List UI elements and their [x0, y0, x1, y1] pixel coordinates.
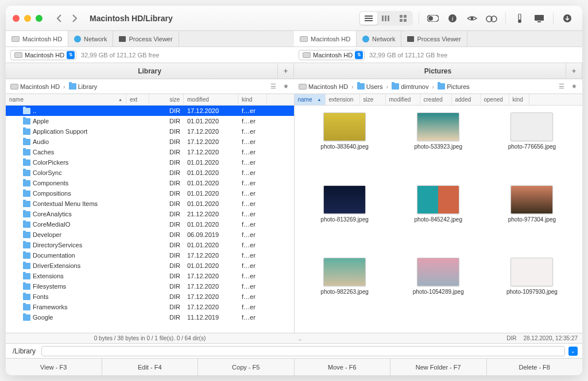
desktop-icon[interactable]: [531, 11, 547, 25]
thumbnail-item[interactable]: photo-776656.jpeg: [486, 112, 578, 181]
svg-rect-17: [519, 14, 521, 20]
view-grid-button[interactable]: [394, 12, 412, 25]
add-tab-button-right[interactable]: +: [566, 63, 582, 79]
forward-button[interactable]: [68, 11, 82, 25]
file-name: ..: [33, 107, 36, 114]
breadcrumb-item[interactable]: Pictures: [438, 83, 470, 90]
tab-process-left[interactable]: Process Viewer: [113, 31, 179, 46]
view-columns-button[interactable]: [377, 12, 394, 25]
file-row[interactable]: ..DIR17.12.2020f…er: [6, 106, 294, 116]
column-header-name[interactable]: name▲: [295, 94, 326, 105]
file-row[interactable]: DirectoryServicesDIR01.01.2020f…er: [6, 240, 294, 250]
edit-button[interactable]: Edit - F4: [102, 359, 199, 375]
favorite-icon[interactable]: ★: [568, 81, 580, 92]
tab-network-right[interactable]: Network: [357, 31, 401, 46]
command-history-button[interactable]: ⌄: [568, 347, 578, 356]
column-header-modified[interactable]: modified: [184, 94, 238, 105]
thumbnail-item[interactable]: photo-533923.jpeg: [393, 112, 484, 181]
file-row[interactable]: DocumentationDIR17.12.2020f…er: [6, 250, 294, 261]
column-header-modified[interactable]: modified: [386, 94, 420, 105]
info-icon[interactable]: i: [444, 11, 461, 25]
right-thumbnail-grid[interactable]: photo-383640.jpegphoto-533923.jpegphoto-…: [295, 106, 583, 333]
column-header-added[interactable]: added: [452, 94, 481, 105]
list-toggle-icon[interactable]: ☰: [268, 81, 279, 92]
file-name: Extensions: [33, 273, 64, 279]
left-volume-picker[interactable]: Macintosh HD⇅: [10, 50, 76, 60]
thumbnail-item[interactable]: photo-383640.jpeg: [299, 112, 390, 181]
breadcrumb-label: Macintosh HD: [20, 83, 60, 90]
add-tab-button-left[interactable]: +: [277, 63, 293, 79]
column-header-extension[interactable]: extension: [326, 94, 360, 105]
column-header-created[interactable]: created: [420, 94, 452, 105]
column-header-kind[interactable]: kind: [509, 94, 529, 105]
move-button[interactable]: Move - F6: [295, 359, 391, 375]
file-row[interactable]: DeveloperDIR06.09.2019f…er: [6, 230, 294, 240]
column-header-size[interactable]: size: [360, 94, 386, 105]
file-row[interactable]: CoreAnalyticsDIR21.12.2020f…er: [6, 209, 294, 219]
column-header-size[interactable]: size: [149, 94, 184, 105]
folder-icon: [23, 273, 30, 279]
binoculars-icon[interactable]: [483, 11, 500, 25]
toggle-icon[interactable]: [425, 11, 441, 25]
right-volume-picker[interactable]: Macintosh HD⇅: [299, 50, 365, 60]
thermometer-icon[interactable]: [512, 11, 528, 25]
command-input[interactable]: [41, 346, 565, 356]
folder-icon: [23, 180, 30, 186]
file-row[interactable]: ExtensionsDIR17.12.2020f…er: [6, 271, 294, 281]
file-row[interactable]: Application SupportDIR17.12.2020f…er: [6, 126, 294, 137]
file-row[interactable]: ColorPickersDIR01.01.2020f…er: [6, 157, 294, 168]
view-list-button[interactable]: [360, 12, 377, 25]
file-row[interactable]: GoogleDIR11.12.2019f…er: [6, 312, 294, 322]
file-row[interactable]: FontsDIR17.12.2020f…er: [6, 291, 294, 302]
file-row[interactable]: DriverExtensionsDIR01.01.2020f…er: [6, 261, 294, 271]
breadcrumb-item[interactable]: Users: [357, 83, 383, 90]
pane-titles-row: Library + Pictures +: [6, 63, 582, 79]
file-row[interactable]: CompositionsDIR01.01.2020f…er: [6, 188, 294, 199]
tab-process-right[interactable]: Process Viewer: [401, 31, 467, 46]
new-folder-button[interactable]: New Folder - F7: [390, 359, 487, 375]
left-file-list[interactable]: ..DIR17.12.2020f…erAppleDIR01.01.2020f…e…: [6, 106, 294, 333]
breadcrumb-item[interactable]: Macintosh HD: [299, 83, 348, 90]
thumbnail-item[interactable]: photo-982263.jpeg: [299, 258, 390, 326]
thumbnail-item[interactable]: photo-977304.jpeg: [486, 185, 578, 254]
svg-rect-20: [537, 21, 541, 22]
list-toggle-icon[interactable]: ☰: [556, 81, 567, 92]
file-name: Fonts: [33, 293, 49, 300]
folder-icon: [438, 83, 445, 90]
zoom-window-button[interactable]: [36, 15, 42, 22]
file-row[interactable]: CoreMediaIODIR01.01.2020f…er: [6, 219, 294, 230]
file-row[interactable]: AudioDIR17.12.2020f…er: [6, 137, 294, 147]
favorite-icon[interactable]: ★: [280, 81, 292, 92]
tab-drive-left[interactable]: Macintosh HD: [6, 31, 68, 46]
file-row[interactable]: AppleDIR01.01.2020f…er: [6, 116, 294, 126]
file-row[interactable]: ComponentsDIR01.01.2020f…er: [6, 178, 294, 188]
file-row[interactable]: CachesDIR17.12.2020f…er: [6, 147, 294, 157]
download-icon[interactable]: [559, 11, 575, 25]
view-button[interactable]: View - F3: [6, 359, 102, 375]
column-header-opened[interactable]: opened: [481, 94, 509, 105]
thumbnail-item[interactable]: photo-813269.jpeg: [299, 185, 390, 254]
breadcrumb-item[interactable]: Library: [69, 83, 98, 90]
close-window-button[interactable]: [13, 15, 20, 22]
thumbnail-item[interactable]: photo-845242.jpeg: [393, 185, 484, 254]
file-row[interactable]: Contextual Menu ItemsDIR01.01.2020f…er: [6, 199, 294, 209]
tab-drive-right[interactable]: Macintosh HD: [294, 31, 357, 46]
minimize-window-button[interactable]: [24, 15, 31, 22]
process-icon: [407, 36, 414, 42]
column-header-ext[interactable]: ext: [126, 94, 149, 105]
quicklook-icon[interactable]: [464, 11, 480, 25]
breadcrumb-item[interactable]: dimtrunov: [392, 83, 428, 90]
column-header-kind[interactable]: kind: [238, 94, 267, 105]
file-row[interactable]: ColorSyncDIR01.01.2020f…er: [6, 168, 294, 178]
breadcrumb-item[interactable]: Macintosh HD: [10, 83, 60, 90]
copy-button[interactable]: Copy - F5: [198, 359, 295, 375]
tab-network-left[interactable]: Network: [68, 31, 113, 46]
column-header-name[interactable]: name▲: [6, 94, 126, 105]
back-button[interactable]: [52, 11, 65, 25]
file-row[interactable]: FrameworksDIR17.12.2020f…er: [6, 302, 294, 312]
thumbnail-item[interactable]: photo-1054289.jpeg: [393, 258, 484, 326]
file-row[interactable]: FilesystemsDIR17.12.2020f…er: [6, 281, 294, 291]
svg-rect-8: [400, 19, 403, 22]
thumbnail-item[interactable]: photo-1097930.jpeg: [486, 258, 578, 326]
delete-button[interactable]: Delete - F8: [487, 359, 583, 375]
